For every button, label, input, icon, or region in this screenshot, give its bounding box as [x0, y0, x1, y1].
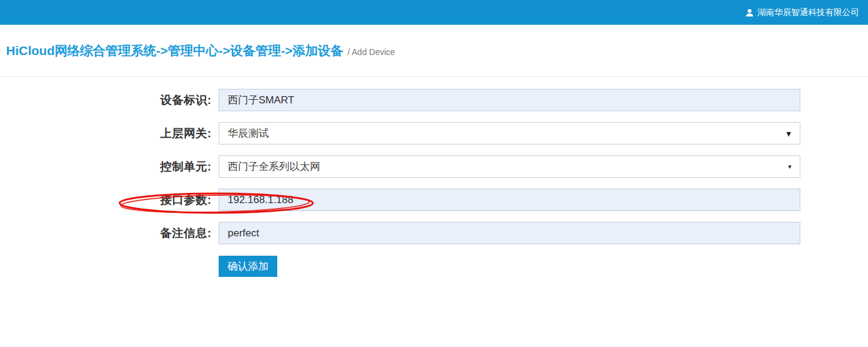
device-id-label: 设备标识:	[111, 89, 211, 111]
form-row-gateway: 上层网关: 华辰测试 ▼	[0, 122, 868, 144]
caret-down-icon: ▼	[787, 164, 792, 169]
breadcrumb-subtitle: / Add Device	[347, 45, 395, 57]
gateway-label: 上层网关:	[111, 122, 211, 144]
confirm-add-button[interactable]: 确认添加	[219, 256, 277, 277]
caret-down-icon: ▼	[785, 129, 792, 137]
breadcrumb-path[interactable]: HiCloud网络综合管理系统->管理中心->设备管理->添加设备	[6, 42, 343, 59]
top-bar: 湖南华辰智通科技有限公司	[0, 0, 868, 25]
control-unit-select[interactable]: 西门子全系列以太网 ▼	[219, 155, 800, 178]
form-row-control-unit: 控制单元: 西门子全系列以太网 ▼	[0, 155, 868, 178]
gateway-selected-value: 华辰测试	[228, 126, 269, 140]
account-menu[interactable]: 湖南华辰智通科技有限公司	[745, 7, 859, 18]
remarks-label: 备注信息:	[111, 222, 211, 244]
form-row-interface-params: 接口参数:	[0, 189, 868, 211]
remarks-input[interactable]	[219, 222, 800, 244]
user-icon	[745, 8, 754, 17]
add-device-page: 湖南华辰智通科技有限公司 HiCloud网络综合管理系统->管理中心->设备管理…	[0, 0, 868, 347]
company-name: 湖南华辰智通科技有限公司	[757, 7, 859, 18]
breadcrumb: HiCloud网络综合管理系统->管理中心->设备管理->添加设备 / Add …	[0, 25, 868, 77]
form-row-device-id: 设备标识:	[0, 89, 868, 111]
form-row-remarks: 备注信息:	[0, 222, 868, 244]
interface-params-label: 接口参数:	[111, 189, 211, 211]
interface-params-input[interactable]	[219, 189, 800, 211]
gateway-select[interactable]: 华辰测试 ▼	[219, 122, 800, 144]
control-unit-selected-value: 西门子全系列以太网	[228, 160, 320, 174]
control-unit-label: 控制单元:	[111, 155, 211, 178]
device-id-input[interactable]	[219, 89, 800, 111]
